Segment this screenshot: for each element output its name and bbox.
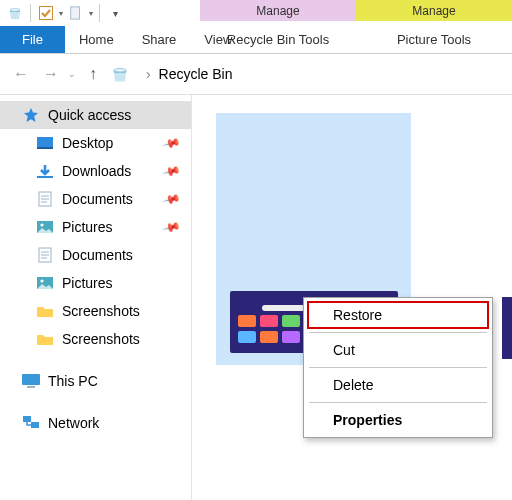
sidebar-item-quick-access[interactable]: Quick access xyxy=(0,101,191,129)
menu-separator xyxy=(309,402,487,403)
desktop-icon xyxy=(36,135,54,151)
tab-home[interactable]: Home xyxy=(65,26,128,53)
contextual-subtabs: Recycle Bin Tools Picture Tools xyxy=(200,26,512,47)
sidebar-item-label: Pictures xyxy=(62,275,113,291)
recycle-bin-icon xyxy=(110,64,130,84)
svg-rect-15 xyxy=(23,416,31,422)
nav-pane: Quick access Desktop 📌 Downloads 📌 Docum… xyxy=(0,95,192,500)
pin-icon: 📌 xyxy=(162,133,182,153)
svg-rect-2 xyxy=(71,7,80,19)
network-icon xyxy=(22,415,40,431)
sidebar-item-this-pc[interactable]: This PC xyxy=(0,367,191,395)
sidebar-item-downloads[interactable]: Downloads 📌 xyxy=(0,157,191,185)
menu-item-restore[interactable]: Restore xyxy=(307,301,489,329)
star-icon xyxy=(22,107,40,123)
pin-icon: 📌 xyxy=(162,189,182,209)
sidebar-item-label: Pictures xyxy=(62,219,113,235)
this-pc-icon xyxy=(22,373,40,389)
checkbox-icon[interactable] xyxy=(37,4,55,22)
svg-rect-4 xyxy=(37,137,53,147)
breadcrumb-sep: › xyxy=(142,66,155,82)
qat-dropdown-icon[interactable]: ▾ xyxy=(89,9,93,18)
sidebar-item-label: Screenshots xyxy=(62,331,140,347)
sidebar-item-label: Documents xyxy=(62,247,133,263)
history-dropdown-icon[interactable]: ⌄ xyxy=(68,69,76,79)
document-icon[interactable] xyxy=(67,4,85,22)
sidebar-item-label: Documents xyxy=(62,191,133,207)
context-menu: Restore Cut Delete Properties xyxy=(303,297,493,438)
svg-point-9 xyxy=(40,223,43,226)
contextual-tab-recycle[interactable]: Manage xyxy=(200,0,356,21)
contextual-tab-picture[interactable]: Manage xyxy=(356,0,512,21)
pictures-icon xyxy=(36,219,54,235)
sidebar-item-desktop[interactable]: Desktop 📌 xyxy=(0,129,191,157)
menu-item-cut[interactable]: Cut xyxy=(307,336,489,364)
pictures-icon xyxy=(36,275,54,291)
separator xyxy=(99,4,100,22)
contextual-tab-headers: Manage Manage xyxy=(200,0,512,21)
sidebar-item-label: Quick access xyxy=(48,107,131,123)
sidebar-item-documents[interactable]: Documents 📌 xyxy=(0,185,191,213)
menu-item-delete[interactable]: Delete xyxy=(307,371,489,399)
document-icon xyxy=(36,247,54,263)
sidebar-item-screenshots[interactable]: Screenshots xyxy=(0,297,191,325)
svg-point-3 xyxy=(114,69,127,73)
ribbon-tabs: File Home Share View Recycle Bin Tools P… xyxy=(0,26,512,54)
sidebar-item-network[interactable]: Network xyxy=(0,409,191,437)
recycle-bin-icon[interactable] xyxy=(6,4,24,22)
breadcrumb[interactable]: › Recycle Bin xyxy=(134,66,232,82)
sidebar-item-label: Desktop xyxy=(62,135,113,151)
svg-rect-13 xyxy=(22,374,40,385)
separator xyxy=(30,4,31,22)
download-icon xyxy=(36,163,54,179)
qat-dropdown-icon[interactable]: ▾ xyxy=(59,9,63,18)
pin-icon: 📌 xyxy=(162,217,182,237)
customize-qat-icon[interactable]: ▾ xyxy=(106,4,124,22)
svg-rect-1 xyxy=(40,7,53,20)
svg-rect-6 xyxy=(37,176,53,178)
sidebar-item-documents-2[interactable]: Documents xyxy=(0,241,191,269)
menu-separator xyxy=(309,367,487,368)
sidebar-item-label: This PC xyxy=(48,373,98,389)
up-button[interactable]: ↑ xyxy=(80,61,106,87)
sidebar-item-screenshots-2[interactable]: Screenshots xyxy=(0,325,191,353)
tab-picture-tools[interactable]: Picture Tools xyxy=(356,26,512,47)
title-bar: ▾ ▾ ▾ Manage Manage xyxy=(0,0,512,26)
svg-rect-5 xyxy=(37,147,53,149)
menu-separator xyxy=(309,332,487,333)
sidebar-item-label: Screenshots xyxy=(62,303,140,319)
svg-point-12 xyxy=(40,279,43,282)
document-icon xyxy=(36,191,54,207)
tab-file[interactable]: File xyxy=(0,26,65,53)
sidebar-item-label: Network xyxy=(48,415,99,431)
tab-recycle-bin-tools[interactable]: Recycle Bin Tools xyxy=(200,26,356,47)
folder-icon xyxy=(36,331,54,347)
sidebar-item-pictures[interactable]: Pictures 📌 xyxy=(0,213,191,241)
forward-button[interactable]: → xyxy=(38,61,64,87)
address-bar: ← → ⌄ ↑ › Recycle Bin xyxy=(0,54,512,94)
folder-icon xyxy=(36,303,54,319)
quick-access-toolbar: ▾ ▾ ▾ xyxy=(0,4,124,22)
sidebar-item-pictures-2[interactable]: Pictures xyxy=(0,269,191,297)
svg-point-0 xyxy=(10,9,20,12)
tab-share[interactable]: Share xyxy=(128,26,191,53)
pin-icon: 📌 xyxy=(162,161,182,181)
svg-rect-14 xyxy=(27,386,35,388)
breadcrumb-location[interactable]: Recycle Bin xyxy=(159,66,233,82)
menu-item-properties[interactable]: Properties xyxy=(307,406,489,434)
sidebar-item-label: Downloads xyxy=(62,163,131,179)
back-button[interactable]: ← xyxy=(8,61,34,87)
file-thumbnail-partial[interactable] xyxy=(502,297,512,359)
